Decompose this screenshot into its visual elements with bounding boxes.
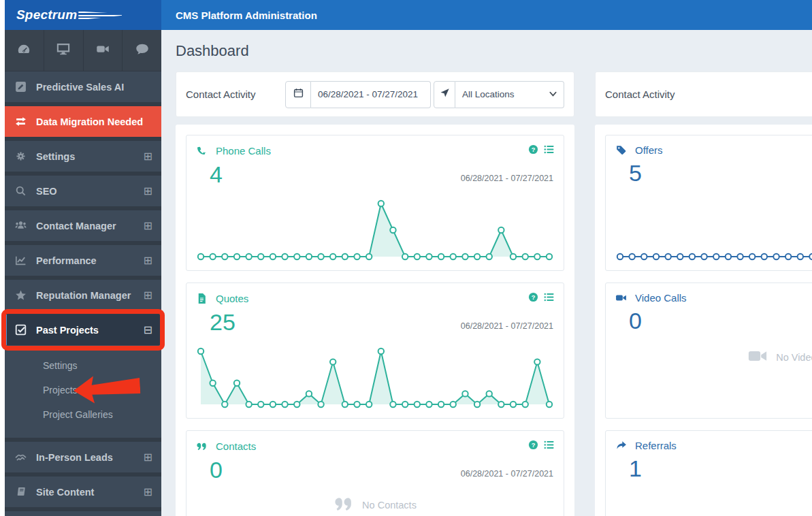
chevron-down-icon xyxy=(549,89,557,99)
tachometer-icon xyxy=(17,42,31,59)
tab-chat[interactable] xyxy=(123,30,161,71)
location-arrow-icon xyxy=(440,88,450,101)
users-icon xyxy=(15,220,27,231)
file-text-icon xyxy=(196,293,208,304)
list-icon[interactable] xyxy=(544,292,554,305)
sidebar-item-label: Contact Manager xyxy=(36,221,116,231)
page-header: Dashboard xyxy=(161,30,812,71)
offers-sparkline xyxy=(616,197,812,262)
svg-text:?: ? xyxy=(532,294,536,301)
pen-square-icon xyxy=(15,81,27,93)
location-select[interactable]: All Locations xyxy=(455,81,564,108)
sidebar-item-label: Predictive Sales AI xyxy=(36,82,124,93)
sidebar-item-label: SEO xyxy=(36,186,57,197)
expand-plus-icon[interactable]: ⊞ xyxy=(144,221,152,231)
metrics-panel-right: Offers 5 06/28/2021 - 07/27/2021 Video C… xyxy=(595,125,812,516)
referrals-card: Referrals 1 xyxy=(605,430,812,516)
logo-text: Spectrum xyxy=(16,7,77,22)
card-date-range: 06/28/2021 - 07/27/2021 xyxy=(461,174,553,183)
filter-label: Contact Activity xyxy=(186,88,256,100)
exchange-icon xyxy=(15,116,27,127)
video-camera-icon xyxy=(615,292,627,304)
list-icon[interactable] xyxy=(544,144,554,157)
window-left-margin xyxy=(0,0,5,516)
card-title: Video Calls xyxy=(635,292,687,304)
sidebar-item-label: Performance xyxy=(36,255,97,266)
empty-text: No Video Calls xyxy=(776,352,812,363)
logo[interactable]: Spectrum xyxy=(5,0,161,30)
expand-plus-icon[interactable]: ⊞ xyxy=(144,255,152,266)
location-group: All Locations xyxy=(434,81,564,108)
annotation-arrow xyxy=(73,372,141,405)
logo-speed-lines-icon xyxy=(78,12,122,20)
share-icon xyxy=(615,440,627,451)
quotes-card: Quotes ? 25 06/28/2021 - 07/27/2021 xyxy=(186,283,564,419)
card-title: Contacts xyxy=(216,440,256,452)
contacts-card: Contacts ? 0 06/28/2021 - 07/27/2021 No … xyxy=(186,430,564,516)
screen: Spectrum Predictive Sales AI Data Mig xyxy=(0,0,812,516)
tab-dashboard[interactable] xyxy=(5,30,44,71)
phone-calls-sparkline xyxy=(197,197,553,262)
app-title: CMS Platform Administration xyxy=(176,10,317,21)
offers-value: 5 xyxy=(629,161,812,186)
svg-text:?: ? xyxy=(532,146,536,153)
submenu-item-project-galleries[interactable]: Project Galleries xyxy=(5,402,161,427)
card-date-range: 06/28/2021 - 07/27/2021 xyxy=(461,321,553,331)
calendar-icon xyxy=(293,88,304,101)
sidebar-item-predictive-sales-ai[interactable]: Predictive Sales AI xyxy=(5,71,161,102)
expand-plus-icon[interactable]: ⊞ xyxy=(144,151,152,162)
page-title: Dashboard xyxy=(176,42,249,60)
filter-label: Contact Activity xyxy=(605,88,675,100)
tag-icon xyxy=(615,144,627,156)
referrals-value: 1 xyxy=(629,456,812,481)
help-icon[interactable]: ? xyxy=(528,292,538,305)
calendar-button[interactable] xyxy=(285,81,311,108)
sidebar-item-site-content[interactable]: Site Content ⊞ xyxy=(5,477,161,507)
sidebar-item-performance[interactable]: Performance ⊞ xyxy=(5,245,161,276)
sidebar-icon-tabs xyxy=(5,30,161,71)
card-title: Offers xyxy=(635,144,663,156)
expand-plus-icon[interactable]: ⊞ xyxy=(144,186,152,197)
empty-text: No Contacts xyxy=(362,500,417,511)
card-title: Quotes xyxy=(216,293,248,304)
video-calls-card: Video Calls 0 No Video Calls xyxy=(605,283,812,419)
chart-line-icon xyxy=(15,255,27,266)
desktop-icon xyxy=(56,42,70,59)
help-icon[interactable]: ? xyxy=(528,144,538,157)
sidebar-item-contact-manager[interactable]: Contact Manager ⊞ xyxy=(5,210,161,241)
sidebar-item-data-migration-needed[interactable]: Data Migration Needed xyxy=(5,106,161,137)
sidebar-item-settings[interactable]: Settings ⊞ xyxy=(5,141,161,172)
sidebar: Spectrum Predictive Sales AI Data Mig xyxy=(5,0,161,516)
help-icon[interactable]: ? xyxy=(528,440,538,453)
left-column: Contact Activity 06/28/2021 - 07/27/2021 xyxy=(176,71,574,516)
sidebar-item-seo[interactable]: SEO ⊞ xyxy=(5,176,161,206)
sidebar-item-label: In-Person Leads xyxy=(36,452,113,463)
sidebar-item-label: Site Content xyxy=(36,487,94,498)
right-column: Contact Activity 06/28/2021 - 07/27/2021 xyxy=(595,71,812,516)
gear-icon xyxy=(15,150,27,162)
app-header: CMS Platform Administration xyxy=(161,0,812,30)
sidebar-item-in-person-leads[interactable]: In-Person Leads ⊞ xyxy=(5,442,161,472)
quotes-sparkline xyxy=(197,344,553,410)
contact-activity-filter-bar: Contact Activity 06/28/2021 - 07/27/2021 xyxy=(176,71,574,117)
main-area: Dashboard Contact Activity 06/28/2021 - … xyxy=(161,30,812,516)
video-camera-icon xyxy=(96,42,110,59)
card-title: Phone Calls xyxy=(216,145,271,157)
expand-plus-icon[interactable]: ⊞ xyxy=(144,290,152,301)
expand-plus-icon[interactable]: ⊞ xyxy=(144,487,152,498)
sidebar-item-label: Data Migration Needed xyxy=(36,116,143,127)
location-button[interactable] xyxy=(434,81,455,108)
date-range-input[interactable]: 06/28/2021 - 07/27/2021 xyxy=(311,81,431,108)
divider xyxy=(5,507,161,511)
video-camera-icon xyxy=(747,346,768,368)
tab-desktop[interactable] xyxy=(44,30,84,71)
dashboard-content: Contact Activity 06/28/2021 - 07/27/2021 xyxy=(161,71,812,516)
sidebar-item-label: Settings xyxy=(36,151,75,162)
offers-card: Offers 5 06/28/2021 - 07/27/2021 xyxy=(605,135,812,271)
list-icon[interactable] xyxy=(544,440,554,453)
expand-plus-icon[interactable]: ⊞ xyxy=(144,452,152,463)
sidebar-item-reputation-manager[interactable]: Reputation Manager ⊞ xyxy=(5,280,161,310)
phone-calls-card: Phone Calls ? 4 06/28/2021 - 07/27/2021 xyxy=(186,135,564,271)
tab-video[interactable] xyxy=(84,30,123,71)
search-icon xyxy=(15,185,27,197)
